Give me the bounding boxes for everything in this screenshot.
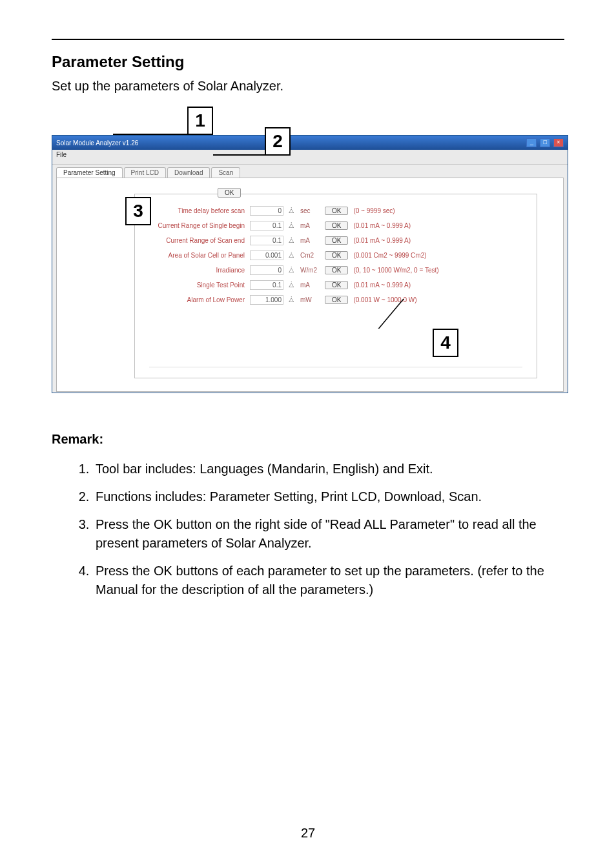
callout-2: 2	[265, 127, 291, 156]
param-label: Area of Solar Cell or Panel	[148, 252, 245, 259]
param-unit: mA	[300, 222, 320, 229]
spinner-icon[interactable]: ⧊	[289, 207, 295, 215]
remark-item: Tool bar includes: Languages (Mandarin, …	[93, 460, 564, 478]
page-number: 27	[0, 826, 616, 841]
callout-2-leader	[213, 154, 265, 156]
remark-item: Press the OK buttons of each parameter t…	[93, 562, 564, 599]
menu-bar[interactable]: File	[52, 150, 568, 165]
remark-item: Functions includes: Parameter Setting, P…	[93, 487, 564, 506]
param-value[interactable]: 0.1	[250, 221, 283, 230]
param-row: Irradiance 0 ⧊ W/m2 OK (0, 10 ~ 1000 W/m…	[148, 265, 524, 275]
remark-heading: Remark:	[52, 432, 564, 447]
param-ok-button[interactable]: OK	[325, 281, 348, 289]
param-range: (0.01 mA ~ 0.999 A)	[353, 282, 411, 289]
param-value[interactable]: 0.1	[250, 280, 283, 290]
app-title: Solar Module Analyzer v1.26	[56, 139, 138, 147]
close-icon[interactable]: ×	[553, 138, 564, 147]
param-unit: mW	[300, 296, 320, 303]
param-unit: W/m2	[300, 267, 320, 274]
param-row: Time delay before scan 0 ⧊ sec OK (0 ~ 9…	[148, 206, 524, 216]
param-range: (0, 10 ~ 1000 W/m2, 0 = Test)	[353, 267, 438, 274]
param-row: Current Range of Single begin 0.1 ⧊ mA O…	[148, 221, 524, 230]
param-label: Time delay before scan	[148, 207, 245, 214]
tab-strip: Parameter Setting Print LCD Download Sca…	[52, 165, 568, 178]
read-all-ok-button[interactable]: OK	[218, 188, 241, 198]
param-value[interactable]: 1.000	[250, 295, 283, 305]
param-unit: Cm2	[300, 252, 320, 259]
param-ok-button[interactable]: OK	[325, 251, 348, 260]
param-value[interactable]: 0.1	[250, 236, 283, 245]
param-value[interactable]: 0	[250, 206, 283, 216]
remark-list: Tool bar includes: Languages (Mandarin, …	[52, 460, 564, 599]
spinner-icon[interactable]: ⧊	[289, 267, 295, 274]
param-row: Alarm of Low Power 1.000 ⧊ mW OK (0.001 …	[148, 295, 524, 305]
param-ok-button[interactable]: OK	[325, 221, 348, 230]
param-ok-button[interactable]: OK	[325, 296, 348, 304]
callout-4: 4	[433, 329, 458, 357]
param-row: Area of Solar Cell or Panel 0.001 ⧊ Cm2 …	[148, 251, 524, 260]
param-row: Single Test Point 0.1 ⧊ mA OK (0.01 mA ~…	[148, 280, 524, 290]
callout-1: 1	[187, 107, 213, 135]
param-unit: sec	[300, 207, 320, 214]
parameter-rows: Time delay before scan 0 ⧊ sec OK (0 ~ 9…	[148, 206, 524, 310]
title-bar: Solar Module Analyzer v1.26 _ □ ×	[52, 136, 568, 150]
tab-print-lcd[interactable]: Print LCD	[124, 167, 166, 178]
param-label: Current Range of Single begin	[148, 222, 245, 229]
param-range: (0.001 W ~ 1000.0 W)	[353, 296, 416, 303]
param-range: (0.01 mA ~ 0.999 A)	[353, 237, 411, 244]
window-buttons: _ □ ×	[525, 138, 564, 147]
param-label: Alarm of Low Power	[148, 296, 245, 303]
top-rule	[52, 39, 564, 40]
param-row: Current Range of Scan end 0.1 ⧊ mA OK (0…	[148, 236, 524, 245]
intro-text: Set up the parameters of Solar Analyzer.	[52, 79, 564, 94]
parameter-group: OK Time delay before scan 0 ⧊ sec OK (0 …	[134, 194, 537, 378]
param-label: Irradiance	[148, 267, 245, 274]
spinner-icon[interactable]: ⧊	[289, 282, 295, 289]
app-window: Solar Module Analyzer v1.26 _ □ × File P…	[52, 135, 568, 393]
group-divider	[149, 367, 522, 367]
param-range: (0.001 Cm2 ~ 9999 Cm2)	[353, 252, 426, 259]
param-ok-button[interactable]: OK	[325, 236, 348, 245]
param-label: Current Range of Scan end	[148, 237, 245, 244]
param-value[interactable]: 0	[250, 265, 283, 275]
spinner-icon[interactable]: ⧊	[289, 237, 295, 245]
param-ok-button[interactable]: OK	[325, 207, 348, 215]
param-unit: mA	[300, 282, 320, 289]
spinner-icon[interactable]: ⧊	[289, 296, 295, 304]
tab-parameter-setting[interactable]: Parameter Setting	[56, 167, 123, 178]
tab-scan[interactable]: Scan	[211, 167, 240, 178]
screenshot-figure: 1 2 3 4 Solar Module Analyzer v1.26 _ □ …	[52, 109, 568, 406]
remark-item: Press the OK button on the right side of…	[93, 515, 564, 553]
param-label: Single Test Point	[148, 282, 245, 289]
spinner-icon[interactable]: ⧊	[289, 252, 295, 260]
maximize-icon[interactable]: □	[540, 138, 550, 147]
param-range: (0.01 mA ~ 0.999 A)	[353, 222, 411, 229]
spinner-icon[interactable]: ⧊	[289, 222, 295, 230]
tab-download[interactable]: Download	[167, 167, 210, 178]
minimize-icon[interactable]: _	[526, 138, 537, 147]
page-heading: Parameter Setting	[52, 53, 564, 71]
callout-3: 3	[125, 197, 151, 225]
param-value[interactable]: 0.001	[250, 251, 283, 260]
callout-1-leader	[113, 134, 188, 135]
param-range: (0 ~ 9999 sec)	[353, 207, 395, 214]
param-ok-button[interactable]: OK	[325, 266, 348, 274]
param-unit: mA	[300, 237, 320, 244]
